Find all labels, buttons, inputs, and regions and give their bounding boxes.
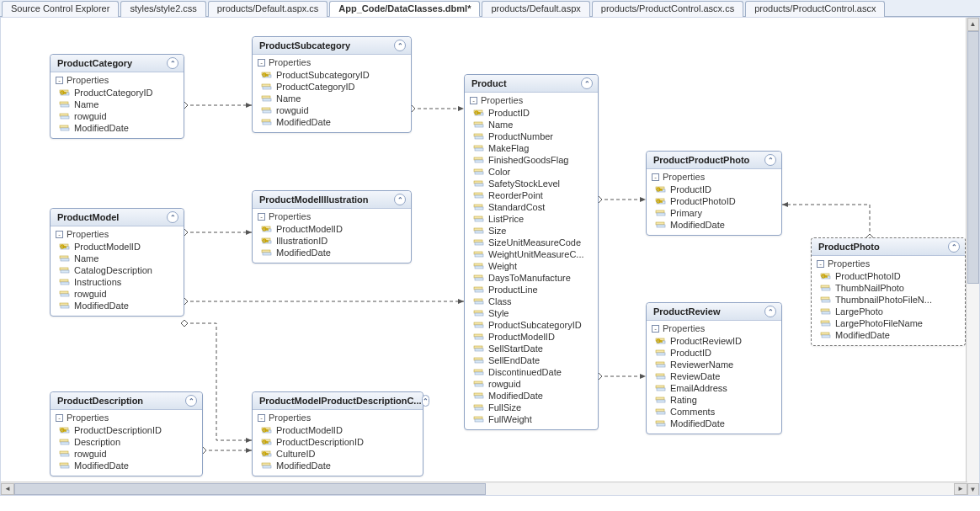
vscroll-track[interactable] [967,31,979,483]
property-row[interactable]: ProductID [468,107,594,119]
section-toggle-icon[interactable]: - [258,414,265,422]
property-row[interactable]: ThumbNailPhoto [815,282,961,294]
section-toggle-icon[interactable]: - [56,77,63,84]
property-row[interactable]: CatalogDescription [54,264,180,276]
properties-section-header[interactable]: -Properties [812,256,965,269]
collapse-icon[interactable]: ⌃ [394,40,406,51]
entity-header[interactable]: ProductCategory⌃ [51,55,184,72]
property-row[interactable]: IllustrationID [256,235,407,247]
section-toggle-icon[interactable]: - [652,325,659,333]
tab-0[interactable]: Source Control Explorer [2,1,119,17]
entity-ProductModelProductDescriptionC[interactable]: ProductModelProductDescriptionC...⌃-Prop… [252,391,423,476]
property-row[interactable]: ThumbnailPhotoFileN... [815,294,961,306]
section-toggle-icon[interactable]: - [470,97,477,104]
property-row[interactable]: ModifiedDate [650,219,778,231]
entity-ProductProductPhoto[interactable]: ProductProductPhoto⌃-PropertiesProductID… [646,151,782,236]
designer-canvas[interactable]: ProductCategory⌃-PropertiesProductCatego… [1,18,980,496]
property-row[interactable]: ModifiedDate [815,329,961,341]
property-row[interactable]: Name [468,119,594,130]
scroll-left-button[interactable]: ◄ [1,483,14,495]
hscroll-thumb[interactable] [14,483,486,495]
property-row[interactable]: ProductModelID [468,331,594,343]
property-row[interactable]: SellEndDate [468,354,594,366]
entity-Product[interactable]: Product⌃-PropertiesProductIDNameProductN… [464,74,599,430]
property-row[interactable]: LargePhoto [815,306,961,317]
property-row[interactable]: ProductID [650,347,778,359]
property-row[interactable]: MakeFlag [468,142,594,154]
section-toggle-icon[interactable]: - [56,231,63,238]
vscroll-thumb[interactable] [967,31,979,284]
collapse-icon[interactable]: ⌃ [764,154,776,166]
property-row[interactable]: EmailAddress [650,382,778,394]
property-row[interactable]: ProductModelID [54,241,180,253]
entity-ProductSubcategory[interactable]: ProductSubcategory⌃-PropertiesProductSub… [252,36,412,133]
tab-1[interactable]: styles/style2.css [120,1,205,17]
entity-ProductPhoto[interactable]: ProductPhoto⌃-PropertiesProductPhotoIDTh… [811,237,966,346]
property-row[interactable]: ModifiedDate [256,116,407,128]
vertical-scrollbar[interactable]: ▲ ▼ [966,18,979,496]
entity-ProductModelIllustration[interactable]: ProductModelIllustration⌃-PropertiesProd… [252,190,412,263]
properties-section-header[interactable]: -Properties [51,410,202,423]
property-row[interactable]: ModifiedDate [256,247,407,258]
property-row[interactable]: ProductModelID [256,424,419,436]
entity-header[interactable]: ProductPhoto⌃ [812,238,965,256]
entity-ProductCategory[interactable]: ProductCategory⌃-PropertiesProductCatego… [50,54,184,139]
property-row[interactable]: Color [468,166,594,178]
collapse-icon[interactable]: ⌃ [581,77,593,89]
property-row[interactable]: ProductDescriptionID [54,424,199,436]
property-row[interactable]: CultureID [256,448,419,460]
property-row[interactable]: ModifiedDate [54,122,180,134]
properties-section-header[interactable]: -Properties [465,93,598,106]
property-row[interactable]: Weight [468,260,594,272]
property-row[interactable]: Rating [650,394,778,406]
scroll-right-button[interactable]: ► [954,483,967,495]
property-row[interactable]: Style [468,307,594,319]
property-row[interactable]: ProductModelID [256,223,407,235]
property-row[interactable]: SafetyStockLevel [468,178,594,189]
properties-section-header[interactable]: -Properties [253,410,423,423]
collapse-icon[interactable]: ⌃ [948,241,960,253]
collapse-icon[interactable]: ⌃ [167,57,178,69]
property-row[interactable]: ProductLine [468,284,594,295]
property-row[interactable]: FullSize [468,402,594,413]
property-row[interactable]: FinishedGoodsFlag [468,154,594,166]
section-toggle-icon[interactable]: - [258,59,265,67]
property-row[interactable]: ReorderPoint [468,189,594,201]
property-row[interactable]: Class [468,295,594,307]
property-row[interactable]: Comments [650,406,778,418]
property-row[interactable]: ModifiedDate [256,460,419,471]
property-row[interactable]: Description [54,436,199,448]
tab-6[interactable]: products/ProductControl.ascx [745,1,885,17]
property-row[interactable]: Primary [650,207,778,219]
section-toggle-icon[interactable]: - [652,173,659,181]
property-row[interactable]: DiscontinuedDate [468,366,594,378]
entity-header[interactable]: ProductDescription⌃ [51,392,202,410]
property-row[interactable]: rowguid [54,110,180,122]
entity-header[interactable]: ProductModelProductDescriptionC...⌃ [253,392,423,410]
entity-header[interactable]: ProductReview⌃ [647,303,781,321]
property-row[interactable]: ProductSubcategoryID [256,69,407,81]
entity-header[interactable]: Product⌃ [465,75,598,93]
section-toggle-icon[interactable]: - [817,260,824,268]
entity-ProductModel[interactable]: ProductModel⌃-PropertiesProductModelIDNa… [50,208,184,317]
properties-section-header[interactable]: -Properties [51,226,184,240]
entity-header[interactable]: ProductModelIllustration⌃ [253,191,411,209]
property-row[interactable]: ProductNumber [468,130,594,142]
property-row[interactable]: ProductPhotoID [650,195,778,207]
property-row[interactable]: rowguid [256,104,407,116]
property-row[interactable]: ProductSubcategoryID [468,319,594,331]
property-row[interactable]: ModifiedDate [54,300,180,311]
hscroll-track[interactable] [14,483,954,495]
property-row[interactable]: ProductID [650,184,778,195]
property-row[interactable]: rowguid [468,378,594,390]
property-row[interactable]: LargePhotoFileName [815,317,961,329]
property-row[interactable]: Size [468,225,594,237]
property-row[interactable]: rowguid [54,448,199,460]
section-toggle-icon[interactable]: - [56,414,63,422]
entity-ProductReview[interactable]: ProductReview⌃-PropertiesProductReviewID… [646,302,782,434]
property-row[interactable]: ModifiedDate [54,460,199,471]
entity-header[interactable]: ProductSubcategory⌃ [253,37,411,55]
collapse-icon[interactable]: ⌃ [185,395,197,407]
property-row[interactable]: ReviewDate [650,370,778,382]
property-row[interactable]: FullWeight [468,413,594,425]
